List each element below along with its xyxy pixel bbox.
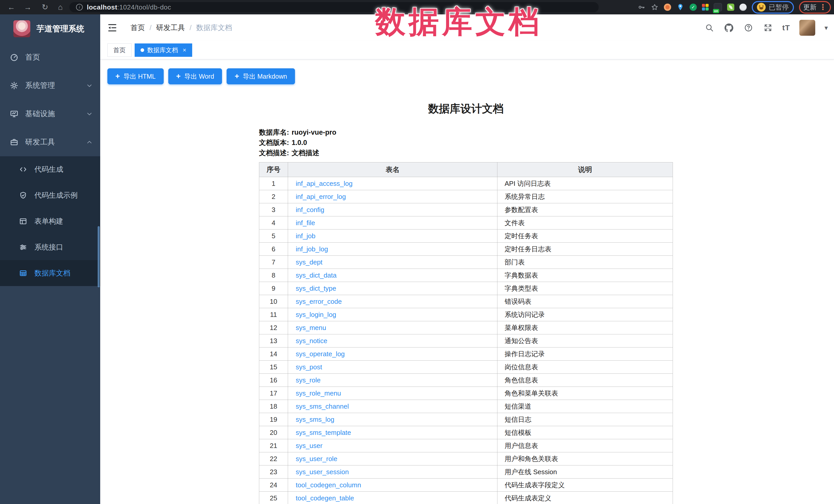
table-name-link[interactable]: inf_api_access_log bbox=[296, 180, 352, 188]
github-icon[interactable] bbox=[724, 23, 734, 33]
sidebar-item-label: 首页 bbox=[25, 52, 93, 63]
export-markdown-button[interactable]: +导出 Markdown bbox=[227, 68, 295, 84]
export-word-button[interactable]: +导出 Word bbox=[168, 68, 222, 84]
table-name-link[interactable]: sys_sms_log bbox=[296, 416, 334, 423]
sidebar-item-db-doc[interactable]: 数据库文档 bbox=[0, 260, 100, 286]
table-name-link[interactable]: sys_user_session bbox=[296, 468, 349, 476]
table-name-cell: tool_codegen_table bbox=[288, 492, 498, 504]
table-name-link[interactable]: sys_dict_type bbox=[296, 285, 336, 292]
table-name-link[interactable]: sys_sms_template bbox=[296, 429, 351, 436]
table-name-cell: inf_config bbox=[288, 203, 498, 216]
font-size-icon[interactable]: tT bbox=[782, 23, 790, 32]
breadcrumb-home[interactable]: 首页 bbox=[131, 23, 145, 32]
ext-grid-icon[interactable] bbox=[702, 4, 709, 10]
app-header: 首页/研发工具/数据库文档 tT▾ bbox=[100, 15, 834, 41]
breadcrumb-dev-tools[interactable]: 研发工具 bbox=[156, 23, 185, 32]
chevron-down-icon bbox=[86, 82, 93, 89]
table-name-link[interactable]: tool_codegen_column bbox=[296, 481, 361, 489]
sidebar-item-form-builder[interactable]: 表单构建 bbox=[0, 208, 100, 234]
sidebar-scrollbar[interactable] bbox=[97, 226, 100, 287]
kebab-menu-icon[interactable]: ⋮ bbox=[819, 3, 827, 11]
meta-line: 文档描述:文档描述 bbox=[259, 148, 673, 158]
table-name-link[interactable]: sys_error_code bbox=[296, 298, 342, 305]
table-name-link[interactable]: sys_role bbox=[296, 376, 321, 384]
back-icon[interactable]: ← bbox=[6, 3, 17, 12]
shield-check-icon bbox=[19, 191, 27, 199]
table-row: 25tool_codegen_table代码生成表定义 bbox=[259, 492, 673, 504]
table-name-link[interactable]: inf_config bbox=[296, 206, 324, 214]
table-name-link[interactable]: tool_codegen_table bbox=[296, 494, 354, 502]
help-icon[interactable] bbox=[743, 23, 753, 33]
paused-extension-badge[interactable]: 已暂停 bbox=[752, 1, 794, 14]
table-name-link[interactable]: sys_login_log bbox=[296, 311, 336, 319]
table-name-link[interactable]: sys_user_role bbox=[296, 455, 337, 463]
main-area: 首页/研发工具/数据库文档 tT▾ 首页数据库文档× +导出 HTML+导出 W… bbox=[100, 15, 834, 504]
sidebar-item-infrastructure[interactable]: 基础设施 bbox=[0, 100, 100, 128]
address-bar[interactable]: i localhost:1024/tool/db-doc bbox=[69, 2, 599, 12]
tab-home[interactable]: 首页 bbox=[107, 43, 132, 57]
meta-label: 文档版本: bbox=[259, 139, 289, 147]
table-name-link[interactable]: sys_notice bbox=[296, 337, 327, 345]
ext-leaf-icon[interactable] bbox=[727, 4, 734, 11]
sidebar-item-code-generation[interactable]: 代码生成 bbox=[0, 156, 100, 182]
tab-db-doc[interactable]: 数据库文档× bbox=[135, 43, 192, 57]
fullscreen-icon[interactable] bbox=[763, 23, 773, 33]
home-icon[interactable]: ⌂ bbox=[55, 3, 66, 12]
table-name-link[interactable]: sys_sms_channel bbox=[296, 402, 349, 410]
table-name-link[interactable]: sys_post bbox=[296, 363, 322, 371]
update-label: 更新 bbox=[803, 3, 816, 12]
search-icon[interactable] bbox=[704, 23, 715, 33]
row-index: 12 bbox=[259, 321, 288, 334]
sidebar: 芋道管理系统 首页系统管理基础设施研发工具代码生成代码生成示例表单构建系统接口数… bbox=[0, 15, 100, 504]
plus-icon: + bbox=[176, 72, 181, 80]
forward-icon[interactable]: → bbox=[23, 3, 33, 12]
table-row: 23sys_user_session用户在线 Session bbox=[259, 465, 673, 479]
sidebar-item-home[interactable]: 首页 bbox=[0, 43, 100, 71]
table-name-link[interactable]: sys_role_menu bbox=[296, 389, 341, 397]
key-icon[interactable] bbox=[637, 3, 645, 11]
row-index: 4 bbox=[259, 216, 288, 229]
table-row: 1inf_api_access_logAPI 访问日志表 bbox=[259, 177, 673, 190]
table-name-link[interactable]: sys_dict_data bbox=[296, 271, 336, 279]
table-name-link[interactable]: sys_operate_log bbox=[296, 350, 345, 358]
table-name-link[interactable]: inf_file bbox=[296, 219, 315, 227]
ext-on-icon[interactable]: on bbox=[714, 3, 722, 11]
export-html-button[interactable]: +导出 HTML bbox=[107, 68, 164, 84]
sidebar-collapse-icon[interactable] bbox=[107, 22, 118, 33]
star-icon[interactable] bbox=[651, 3, 659, 11]
caret-down-icon[interactable]: ▾ bbox=[825, 24, 828, 32]
table-name-link[interactable]: inf_api_error_log bbox=[296, 193, 346, 200]
close-icon[interactable]: × bbox=[183, 46, 186, 54]
sidebar-item-system-api[interactable]: 系统接口 bbox=[0, 234, 100, 260]
table-name-cell: inf_file bbox=[288, 216, 498, 229]
app-logo bbox=[13, 20, 30, 37]
chrome-update-button[interactable]: 更新 ⋮ bbox=[799, 1, 831, 14]
table-name-link[interactable]: sys_dept bbox=[296, 258, 323, 266]
sidebar-item-dev-tools[interactable]: 研发工具 bbox=[0, 128, 100, 156]
table-row: 12sys_menu菜单权限表 bbox=[259, 321, 673, 334]
refresh-icon[interactable]: ↻ bbox=[40, 3, 50, 12]
table-row: 4inf_file文件表 bbox=[259, 216, 673, 229]
avatar[interactable] bbox=[799, 20, 815, 36]
site-info-icon[interactable]: i bbox=[76, 4, 83, 10]
sidebar-item-code-generation-demo[interactable]: 代码生成示例 bbox=[0, 182, 100, 208]
sidebar-item-label: 表单构建 bbox=[35, 216, 63, 226]
sidebar-item-system-management[interactable]: 系统管理 bbox=[0, 71, 100, 100]
ext-check-icon[interactable]: ✓ bbox=[689, 4, 697, 11]
sidebar-item-label: 基础设施 bbox=[25, 109, 86, 119]
row-index: 2 bbox=[259, 190, 288, 203]
ext-orange-icon[interactable] bbox=[664, 4, 671, 11]
table-desc-cell: 通知公告表 bbox=[498, 334, 673, 348]
table-name-link[interactable]: sys_menu bbox=[296, 324, 326, 332]
ext-paw-icon[interactable] bbox=[740, 4, 747, 11]
table-desc-cell: 岗位信息表 bbox=[498, 360, 673, 374]
sidebar-item-label: 系统管理 bbox=[25, 81, 86, 91]
table-name-cell: inf_api_access_log bbox=[288, 177, 498, 190]
table-name-link[interactable]: inf_job bbox=[296, 232, 315, 240]
ext-on-label: on bbox=[713, 9, 719, 13]
table-name-link[interactable]: sys_user bbox=[296, 442, 323, 450]
table-row: 14sys_operate_log操作日志记录 bbox=[259, 348, 673, 360]
paused-label: 已暂停 bbox=[769, 3, 789, 12]
table-name-link[interactable]: inf_job_log bbox=[296, 245, 328, 253]
ext-pin-icon[interactable] bbox=[676, 3, 684, 11]
